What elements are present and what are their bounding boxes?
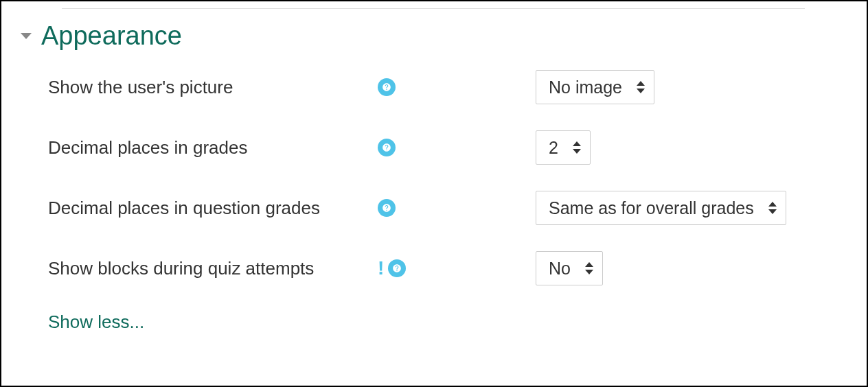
help-icon[interactable] — [388, 259, 406, 277]
advanced-marker-icon: ! — [378, 259, 384, 278]
section-divider — [62, 8, 805, 9]
section-header-appearance[interactable]: Appearance — [21, 21, 825, 51]
label-decimal-question-grades: Decimal places in question grades — [48, 198, 378, 219]
select-show-blocks[interactable]: No — [536, 251, 603, 285]
field-show-user-picture: Show the user's picture No image — [21, 70, 825, 104]
chevron-down-icon — [21, 33, 32, 39]
select-decimal-question-grades[interactable]: Same as for overall grades — [536, 191, 786, 225]
select-show-user-picture[interactable]: No image — [536, 70, 654, 104]
show-less-link[interactable]: Show less... — [48, 312, 144, 333]
label-show-user-picture: Show the user's picture — [48, 77, 378, 98]
field-show-blocks: Show blocks during quiz attempts ! No — [21, 251, 825, 285]
field-decimal-grades: Decimal places in grades 2 — [21, 130, 825, 165]
label-decimal-grades: Decimal places in grades — [48, 137, 378, 159]
field-decimal-question-grades: Decimal places in question grades Same a… — [21, 191, 825, 225]
label-show-blocks: Show blocks during quiz attempts — [48, 258, 378, 279]
section-title: Appearance — [41, 21, 182, 51]
help-icon[interactable] — [378, 139, 396, 156]
select-decimal-grades[interactable]: 2 — [536, 130, 591, 165]
help-icon[interactable] — [378, 199, 396, 217]
help-icon[interactable] — [378, 78, 396, 96]
